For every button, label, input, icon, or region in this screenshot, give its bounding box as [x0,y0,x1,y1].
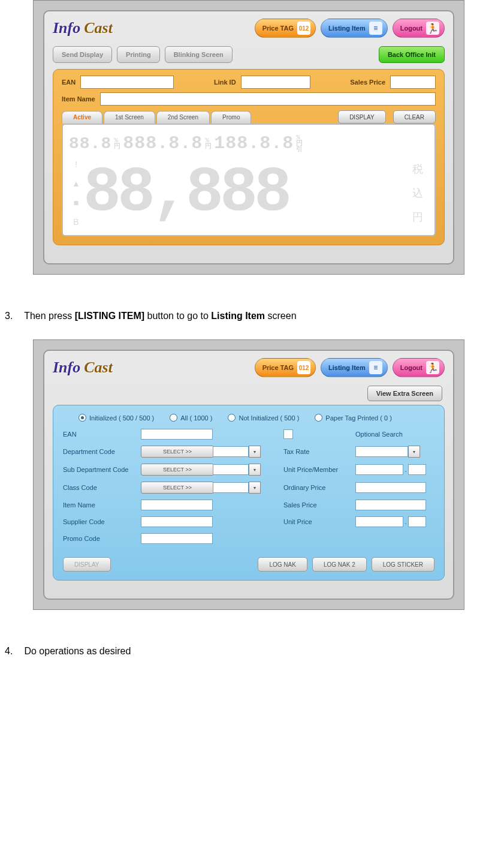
listing-item-button[interactable]: Listing Item ≡ [321,19,388,38]
radio-all[interactable]: All ( 1000 ) [170,414,212,422]
price-tag-screenshot: Info Cast Price TAG 012 Listing Item ≡ L… [33,0,464,275]
supplier-code-input[interactable] [141,516,213,527]
ean-input[interactable] [141,429,213,440]
exit-icon: 🏃 [426,22,439,35]
sales-price-input[interactable] [355,500,426,510]
unit-price-member-input-b[interactable] [408,464,426,475]
item-name-input[interactable] [100,92,436,106]
optional-search-checkbox[interactable] [283,429,293,439]
ordinary-price-label: Ordinary Price [283,484,355,491]
exit-icon: 🏃 [426,361,439,374]
logout-label: Logout [400,25,422,32]
class-select-button[interactable]: SELECT >> [141,482,214,494]
sub-department-label: Sub Department Code [63,466,141,473]
radio-icon [79,414,86,422]
promo-code-input[interactable] [141,533,213,544]
lcd-main-digits: 88,888 [83,157,407,229]
radio-not-initialized[interactable]: Not Initialized ( 500 ) [228,414,299,422]
lcd-display: 88.8 %円 888.8.8 %円 188.8.8 %円引 ! ▲ ■ B [62,124,436,236]
link-id-label: Link ID [214,79,236,86]
tab-second-screen[interactable]: 2nd Screen [156,111,210,124]
instruction-step-3: 3. Then press [LISTING ITEM] button to g… [5,311,504,321]
optional-search-label: Optional Search [355,431,426,438]
department-code-label: Department Code [63,448,141,455]
item-name-input[interactable] [141,500,213,510]
class-code-input[interactable] [213,482,249,493]
unit-price-label: Unit Price [283,518,355,525]
item-name-label: Item Name [63,501,141,509]
ordinary-price-input[interactable] [355,482,426,493]
lcd-top-right: 188.8.8 [214,133,294,154]
radio-paper-tag[interactable]: Paper Tag Printed ( 0 ) [315,414,391,422]
list-icon: ≡ [369,361,382,374]
list-icon: ≡ [369,22,382,35]
log-sticker-button[interactable]: LOG STICKER [372,557,434,572]
department-code-input[interactable] [213,446,249,457]
unit-price-member-input-a[interactable] [355,464,403,475]
log-nak2-button[interactable]: LOG NAK 2 [312,557,367,572]
logo: Info Cast [53,19,113,37]
lcd-top-mid: 888.8.8 [123,133,203,154]
clear-button[interactable]: CLEAR [393,110,436,124]
price-tag-label: Price TAG [262,25,294,32]
unit-price-input-b[interactable] [408,516,426,527]
price-tag-button[interactable]: Price TAG 012 [255,358,316,377]
blinking-screen-button[interactable]: Blinking Screen [165,46,233,63]
log-nak-button[interactable]: LOG NAK [258,557,307,572]
logo-cast: Cast [84,19,113,37]
lcd-right-labels: 税 込 円 [407,157,428,229]
dropdown-icon[interactable]: ▾ [408,446,420,458]
back-office-init-button[interactable]: Back Office Init [379,46,445,63]
listing-item-form: Initialized ( 500 / 500 ) All ( 1000 ) N… [53,405,445,581]
display-button[interactable]: DISPLAY [63,557,111,572]
ean-label: EAN [62,79,76,86]
tab-promo[interactable]: Promo [211,111,251,124]
view-extra-screen-button[interactable]: View Extra Screen [367,386,442,401]
dropdown-icon[interactable]: ▾ [249,446,261,458]
instruction-step-4: 4. Do operations as desired [5,646,504,657]
tab-active[interactable]: Active [62,111,102,124]
price-tag-number-icon: 012 [297,22,310,35]
price-tag-button[interactable]: Price TAG 012 [255,19,316,38]
tax-rate-label: Tax Rate [283,448,355,455]
link-id-input[interactable] [241,76,310,89]
send-display-button[interactable]: Send Display [53,46,112,63]
listing-item-label: Listing Item [328,25,366,32]
listing-item-screenshot: Info Cast Price TAG 012 Listing Item ≡ L… [33,339,464,610]
item-name-label: Item Name [62,95,95,103]
ean-input[interactable] [80,76,174,89]
logo-info: Info [53,19,80,37]
radio-icon [170,414,177,422]
sales-price-label: Sales Price [350,79,385,86]
logo: Info Cast [53,359,113,377]
printing-button[interactable]: Printing [117,46,160,63]
radio-icon [315,414,322,422]
lcd-side-indicators: ! ▲ ■ B [69,157,83,229]
radio-initialized[interactable]: Initialized ( 500 / 500 ) [79,414,154,422]
sub-department-input[interactable] [213,464,249,475]
price-tag-form: EAN Link ID Sales Price Item Name Active… [53,69,445,245]
radio-icon [228,414,236,422]
promo-code-label: Promo Code [63,535,141,542]
subdepartment-select-button[interactable]: SELECT >> [141,464,214,476]
price-tag-number-icon: 012 [297,361,310,374]
logout-button[interactable]: Logout 🏃 [393,358,445,377]
display-button[interactable]: DISPLAY [338,110,386,124]
dropdown-icon[interactable]: ▾ [249,482,261,494]
tax-rate-input[interactable] [355,446,408,457]
lcd-top-left: 88.8 [69,134,111,153]
department-select-button[interactable]: SELECT >> [141,446,214,458]
supplier-code-label: Supplier Code [63,518,141,525]
logout-button[interactable]: Logout 🏃 [393,19,445,38]
dropdown-icon[interactable]: ▾ [249,464,261,476]
unit-price-input-a[interactable] [355,516,403,527]
sales-price-input[interactable] [390,76,436,89]
listing-item-button[interactable]: Listing Item ≡ [321,358,388,377]
sales-price-label: Sales Price [283,501,355,509]
tab-first-screen[interactable]: 1st Screen [104,111,155,124]
unit-price-member-label: Unit Price/Member [283,466,355,473]
ean-label: EAN [63,431,141,438]
class-code-label: Class Code [63,484,141,491]
